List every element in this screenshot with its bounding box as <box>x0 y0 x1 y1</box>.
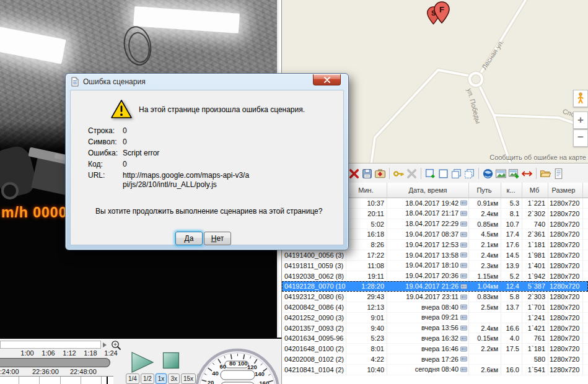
field-label: Ошибка: <box>88 149 118 157</box>
dialog-titlebar[interactable]: Ошибка сценария <box>66 74 348 89</box>
cell: 0.85км <box>470 219 501 229</box>
table-row[interactable]: 04201252_0090 (3)9:01вчера 09:211`241128… <box>282 313 588 323</box>
cell: 1.04км <box>470 281 501 291</box>
folder-open-icon[interactable] <box>540 168 551 180</box>
timeline-ruler[interactable] <box>0 376 113 384</box>
ruler-tick <box>101 377 102 384</box>
play-button[interactable] <box>130 351 155 373</box>
report-map-error-link[interactable]: Сообщить об ошибке на карте <box>489 154 586 161</box>
column-header[interactable]: Размер <box>550 183 583 198</box>
key-icon[interactable] <box>393 168 405 180</box>
frames-copy-icon[interactable] <box>450 168 462 180</box>
cell: 1`181 <box>524 240 548 250</box>
map-image-icon[interactable] <box>495 168 507 180</box>
cell <box>502 354 522 364</box>
frames-paste-icon[interactable] <box>463 168 475 180</box>
column-header[interactable]: Мб <box>524 183 548 198</box>
delete-disabled-icon[interactable] <box>406 168 418 180</box>
dialog-body: На этой странице произошла ошибка сценар… <box>70 90 344 245</box>
wheel-object <box>1 182 19 199</box>
svg-text:60: 60 <box>220 363 227 370</box>
no-button[interactable]: Нет <box>204 232 231 245</box>
column-header[interactable]: Путь <box>470 183 501 198</box>
table-row[interactable]: 04202008_0102 (2)4:22вчера 17:265801280x… <box>282 354 588 365</box>
table-row[interactable]: 04191400_0056 (3)17:2219.04.2017 13:582.… <box>282 250 588 261</box>
timeline-label: 22:36:00 <box>32 368 59 375</box>
cell: 04201634_0095-96 (5) <box>283 333 346 343</box>
clip-icon <box>460 346 467 352</box>
cell: 1280x720 <box>550 198 583 208</box>
timeline-progress-bar[interactable] <box>0 358 110 367</box>
cell-datetime: вчера 17:26 <box>388 354 469 364</box>
cell: 580 <box>524 354 548 364</box>
table-row[interactable]: 04192312_0080 (6)29:4319.04.2017 23:110.… <box>282 292 588 302</box>
table-row[interactable]: 04201648_0100 (2)8:01вчера 16:462.2км17.… <box>282 344 588 354</box>
svg-text:140: 140 <box>255 370 265 377</box>
table-row[interactable]: 04210841_0104 (2)10:40сегодня 08:402.6км… <box>282 365 588 375</box>
timeline-strip[interactable] <box>0 341 101 349</box>
cell: 0.91км <box>470 198 501 208</box>
close-icon <box>323 77 331 83</box>
cell: 17:22 <box>348 250 387 260</box>
cell: 20:11 <box>348 209 387 219</box>
cell: 04191400_0056 (3) <box>283 250 346 260</box>
cell-datetime: вчера 08:40 <box>388 302 469 312</box>
column-header[interactable]: Дата, время <box>388 183 469 198</box>
column-header[interactable]: к... <box>502 183 522 198</box>
cell: 1`981 <box>524 250 548 260</box>
timeline-arrow-icon[interactable] <box>103 343 107 347</box>
zoom-out-button[interactable]: − <box>573 129 588 147</box>
table-row[interactable]: 04201357_0093 (2)9:40вчера 13:562.4км16.… <box>282 323 588 334</box>
cell <box>502 313 522 323</box>
cell-datetime: сегодня 08:40 <box>388 365 469 375</box>
table-row[interactable]: 04200842_0086 (4)12:13вчера 08:402.5км13… <box>282 302 588 313</box>
table-row[interactable]: 04192128_0070 (10)1:28:2019.04.2017 21:2… <box>282 281 588 292</box>
cell: 1`221 <box>524 198 548 208</box>
cell: 04202008_0102 (2) <box>283 354 346 364</box>
zoom-in-button[interactable]: + <box>573 111 588 129</box>
cell: 5.8 <box>502 292 522 302</box>
speed-button-1-2[interactable]: 1/2 <box>141 373 154 384</box>
fit-width-icon[interactable] <box>521 168 533 180</box>
dialog-title: Ошибка сценария <box>83 77 146 86</box>
clip-icon <box>460 242 467 248</box>
speed-button-1x[interactable]: 1x <box>156 373 167 384</box>
frame-add-icon[interactable] <box>424 168 436 180</box>
notes-icon[interactable] <box>553 168 564 180</box>
yes-button[interactable]: Да <box>175 232 203 245</box>
stop-button[interactable] <box>162 352 180 369</box>
speed-button-3x[interactable]: 3x <box>168 373 180 384</box>
cell: 1280x720 <box>550 281 583 291</box>
frame-icon[interactable] <box>437 168 449 180</box>
cell: 1`701 <box>524 302 548 312</box>
table-row[interactable]: 04192038_0062 (8)19:1119.04.2017 20:361.… <box>282 271 588 282</box>
cell: 04192038_0062 (8) <box>283 271 346 281</box>
cell: 5:23 <box>348 333 387 343</box>
speed-button-1-4[interactable]: 1/4 <box>126 373 139 384</box>
cell: 13.7 <box>502 302 522 312</box>
cell: 17.4 <box>502 229 522 239</box>
toolbar-separator <box>536 168 537 179</box>
google-earth-icon[interactable] <box>482 168 494 180</box>
cell: 2.3км <box>470 261 501 271</box>
column-header[interactable]: Мин. <box>348 183 387 198</box>
cell: 1280x720 <box>550 292 583 302</box>
cell: 04192128_0070 (10) <box>283 281 346 291</box>
toolbar-separator <box>421 168 421 179</box>
cell <box>470 313 501 323</box>
cell: 14.5 <box>502 250 522 260</box>
cell-datetime: вчера 16:32 <box>388 333 469 343</box>
table-row[interactable]: 04201634_0095-96 (5)5:23вчера 16:320.15к… <box>282 333 588 344</box>
ruler-tick <box>19 377 19 384</box>
delete-icon[interactable] <box>348 168 360 180</box>
field-value: 0 <box>123 160 127 168</box>
map-marker-icon[interactable]: S F <box>426 1 454 30</box>
close-button[interactable] <box>313 74 341 85</box>
cell-datetime: 18.04.2017 22:29 <box>388 219 469 229</box>
save-icon[interactable] <box>361 168 373 180</box>
image-add-icon[interactable] <box>508 168 520 180</box>
first-aid-kit-icon[interactable] <box>374 168 386 180</box>
table-row[interactable]: 04191811_0059 (3)11:0819.04.2017 18:102.… <box>282 261 588 271</box>
cell: 04201648_0100 (2) <box>283 344 346 354</box>
pegman-streetview-button[interactable] <box>573 90 588 107</box>
